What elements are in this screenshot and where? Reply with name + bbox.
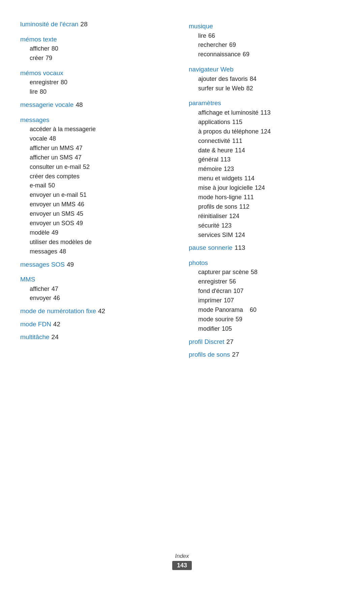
list-item: profil Discret27 <box>189 337 344 347</box>
list-item: messagerie vocale48 <box>20 100 175 110</box>
entry-heading: MMS <box>20 275 175 285</box>
sub-entry: fond d'écran107 <box>189 287 344 296</box>
sub-entry: afficher80 <box>20 44 175 54</box>
list-item: messages accéder à la messagerievocale48… <box>20 113 175 257</box>
list-item: pause sonnerie113 <box>189 243 344 253</box>
sub-entry: connectivité111 <box>189 137 344 146</box>
entry-page: 48 <box>75 101 83 108</box>
entry-heading: pause sonnerie <box>189 244 233 251</box>
sub-entry: réinitialiser124 <box>189 212 344 221</box>
sub-entry: applications115 <box>189 118 344 127</box>
sub-entry: mise à jour logicielle124 <box>189 183 344 193</box>
sub-entry: date & heure114 <box>189 146 344 155</box>
sub-entry: créer79 <box>20 54 175 63</box>
entry-heading: profils de sons <box>189 351 230 358</box>
footer: Index 143 <box>20 553 344 570</box>
sub-entry: modèle49 <box>20 228 175 238</box>
entry-page: 113 <box>235 244 245 251</box>
sub-entry: envoyer un e-mail51 <box>20 190 175 200</box>
sub-entry: imprimer107 <box>189 296 344 305</box>
sub-entry: envoyer un SOS49 <box>20 219 175 228</box>
sub-entry: envoyer un MMS46 <box>20 200 175 209</box>
sub-entry: affichage et luminosité113 <box>189 108 344 118</box>
list-item: luminosité de l'écran28 <box>20 20 175 29</box>
sub-entry: mode hors-ligne111 <box>189 193 344 202</box>
list-item: mémos vocaux enregistrer80 lire80 <box>20 66 175 97</box>
sub-entry: sécurité123 <box>189 221 344 231</box>
list-item: MMS afficher47 envoyer46 <box>20 273 175 303</box>
sub-entry: afficher un MMS47 <box>20 144 175 153</box>
sub-entry: surfer sur le Web82 <box>189 84 344 93</box>
list-item: multitâche24 <box>20 332 175 342</box>
entry-heading: mode de numérotation fixe <box>20 307 96 315</box>
list-item: profils de sons27 <box>189 350 344 360</box>
entry-page: 27 <box>232 351 239 358</box>
entry-heading: messages SOS <box>20 261 65 268</box>
entry-heading: photos <box>189 258 344 268</box>
sub-entry: modifier105 <box>189 324 344 334</box>
sub-entry: afficher47 <box>20 285 175 294</box>
entry-heading: messages <box>20 115 175 125</box>
sub-entry: mémoire123 <box>189 165 344 174</box>
page: luminosité de l'écran28 mémos texte affi… <box>0 0 364 597</box>
entry-page: 42 <box>98 307 105 315</box>
entry-page: 49 <box>67 261 74 268</box>
sub-entry: consulter un e-mail52 <box>20 162 175 172</box>
entry-heading: navigateur Web <box>189 65 344 74</box>
entry-heading: profil Discret <box>189 338 224 345</box>
sub-entry: à propos du téléphone124 <box>189 127 344 137</box>
footer-label: Index <box>175 553 189 560</box>
left-column: luminosité de l'écran28 mémos texte affi… <box>20 17 175 539</box>
entry-page: 28 <box>81 21 88 28</box>
sub-entry: utiliser des modèles demessages48 <box>20 238 175 257</box>
sub-entry: enregistrer80 <box>20 78 175 87</box>
list-item: mode de numérotation fixe42 <box>20 306 175 316</box>
entry-heading: paramètres <box>189 98 344 108</box>
entry-heading: mode FDN <box>20 321 51 328</box>
list-item: paramètres affichage et luminosité113 ap… <box>189 96 344 240</box>
list-item: mode FDN42 <box>20 320 175 329</box>
sub-entry: envoyer un SMS45 <box>20 209 175 219</box>
sub-entry: général113 <box>189 155 344 165</box>
sub-entry: services SIM124 <box>189 231 344 240</box>
sub-entry: lire80 <box>20 87 175 97</box>
entry-heading: multitâche <box>20 333 50 340</box>
sub-entry: ajouter des favoris84 <box>189 74 344 84</box>
sub-entry: accéder à la messagerievocale48 <box>20 125 175 144</box>
sub-entry: créer des comptese-mail50 <box>20 172 175 191</box>
entry-heading: mémos vocaux <box>20 68 175 78</box>
index-columns: luminosité de l'écran28 mémos texte affi… <box>20 17 344 539</box>
list-item: mémos texte afficher80 créer79 <box>20 33 175 63</box>
entry-heading: mémos texte <box>20 35 175 44</box>
entry-page: 42 <box>53 321 60 328</box>
entry-page: 24 <box>52 333 59 340</box>
sub-entry: mode Panorama60 <box>189 305 344 315</box>
sub-entry: envoyer46 <box>20 294 175 303</box>
sub-entry: enregistrer56 <box>189 277 344 287</box>
list-item: messages SOS49 <box>20 260 175 270</box>
list-item: photos capturer par scène58 enregistrer5… <box>189 256 344 334</box>
entry-heading: messagerie vocale <box>20 101 73 108</box>
sub-entry: mode sourire59 <box>189 315 344 324</box>
entry-page: 27 <box>226 338 234 345</box>
list-item: musique lire66 rechercher69 reconnaissan… <box>189 20 344 59</box>
list-item: navigateur Web ajouter des favoris84 sur… <box>189 63 344 93</box>
right-column: musique lire66 rechercher69 reconnaissan… <box>189 17 344 539</box>
sub-entry: afficher un SMS47 <box>20 153 175 162</box>
sub-entry: menu et widgets114 <box>189 174 344 183</box>
sub-entry: lire66 <box>189 31 344 41</box>
footer-page-number: 143 <box>172 561 192 570</box>
sub-entry: capturer par scène58 <box>189 268 344 277</box>
sub-entry: profils de sons112 <box>189 202 344 212</box>
entry-heading: luminosité de l'écran <box>20 21 79 28</box>
sub-entry: reconnaissance69 <box>189 50 344 59</box>
sub-entry: rechercher69 <box>189 40 344 50</box>
entry-heading: musique <box>189 22 344 31</box>
